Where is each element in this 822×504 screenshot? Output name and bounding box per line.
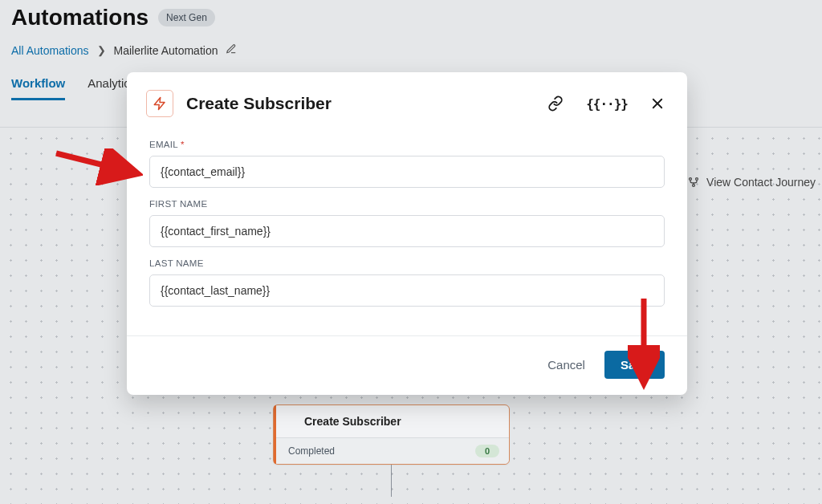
node-status: Completed [288, 445, 335, 457]
svg-marker-3 [154, 98, 165, 110]
svg-point-1 [696, 178, 698, 181]
first-name-field[interactable] [149, 215, 665, 247]
node-accent-stripe [274, 405, 276, 464]
node-count-badge: 0 [475, 445, 499, 457]
branch-icon [687, 176, 700, 189]
chevron-right-icon: ❯ [97, 44, 106, 56]
cancel-button[interactable]: Cancel [543, 352, 590, 378]
breadcrumb-root-link[interactable]: All Automations [11, 44, 89, 57]
modal-title: Create Subscriber [186, 94, 547, 113]
view-contact-journey-button[interactable]: View Contact Journey [687, 176, 816, 189]
bolt-icon [146, 90, 173, 117]
pencil-icon[interactable] [226, 43, 237, 57]
email-field[interactable] [149, 156, 665, 188]
next-gen-badge: Next Gen [158, 9, 215, 26]
tab-workflow[interactable]: Workflow [11, 76, 65, 100]
email-label: EMAIL* [149, 140, 665, 149]
create-subscriber-modal: Create Subscriber {{··}} EMAIL* FIRST NA… [127, 72, 687, 395]
first-name-label: FIRST NAME [149, 199, 665, 209]
save-button[interactable]: Save [604, 351, 665, 379]
view-journey-label: View Contact Journey [706, 176, 816, 189]
svg-point-0 [690, 178, 692, 181]
close-icon[interactable] [650, 96, 665, 111]
breadcrumb-current: Mailerlite Automation [114, 44, 218, 57]
page-title: Automations [11, 5, 149, 30]
last-name-label: LAST NAME [149, 258, 665, 268]
svg-point-2 [693, 185, 695, 187]
node-connector [391, 465, 392, 497]
variables-icon[interactable]: {{··}} [586, 96, 628, 112]
link-icon[interactable] [547, 96, 564, 112]
breadcrumb: All Automations ❯ Mailerlite Automation [11, 43, 811, 57]
workflow-node-create-subscriber[interactable]: Create Subscriber Completed 0 [273, 404, 510, 465]
node-title: Create Subscriber [274, 405, 509, 437]
last-name-field[interactable] [149, 274, 665, 307]
